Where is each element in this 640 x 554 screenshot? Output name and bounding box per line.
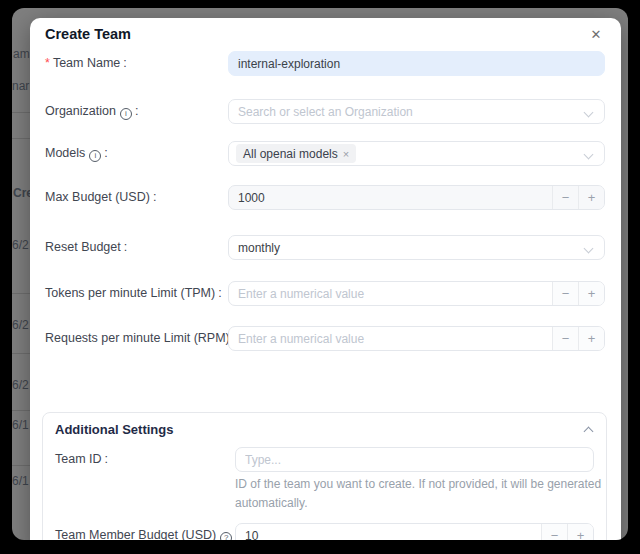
max-budget-label: Max Budget (USD): xyxy=(45,185,156,210)
team-name-input[interactable] xyxy=(229,52,604,75)
background-table-fragment: 6/1 xyxy=(12,474,29,488)
team-member-budget-label: Team Member Budget (USD)?: xyxy=(55,523,239,540)
remove-tag-icon[interactable]: × xyxy=(343,148,349,160)
additional-settings-card: Additional Settings Team ID: ID of the t… xyxy=(42,412,607,540)
team-member-budget-row: Team Member Budget (USD)?: − + xyxy=(55,523,596,540)
info-icon[interactable]: i xyxy=(89,150,101,162)
tpm-limit-field: − + xyxy=(228,281,605,306)
team-id-help-text: ID of the team you want to create. If no… xyxy=(235,475,607,513)
max-budget-input[interactable] xyxy=(229,186,552,209)
create-team-modal: Create Team ✕ *Team Name: Organizationi:… xyxy=(30,18,621,540)
background-table-fragment: am xyxy=(13,47,30,61)
max-budget-row: Max Budget (USD): − + xyxy=(45,185,606,210)
rpm-limit-input[interactable] xyxy=(229,327,552,350)
rpm-limit-row: Requests per minute Limit (RPM): − + xyxy=(45,326,606,351)
models-label: Modelsi: xyxy=(45,141,108,166)
info-icon[interactable]: i xyxy=(120,108,132,120)
organization-row: Organizationi: xyxy=(45,99,606,124)
decrement-button[interactable]: − xyxy=(541,524,567,540)
models-row: Modelsi: All openai models× xyxy=(45,141,606,166)
tpm-limit-label: Tokens per minute Limit (TPM): xyxy=(45,281,222,306)
team-id-input[interactable] xyxy=(236,448,593,471)
decrement-button[interactable]: − xyxy=(552,186,578,209)
organization-label: Organizationi: xyxy=(45,99,138,124)
dimmed-background-window: am nar Cre 6/2 6/2 6/2 6/1 6/1 Create Te… xyxy=(12,8,628,540)
team-member-budget-field: − + xyxy=(235,523,594,540)
background-table-fragment: 6/2 xyxy=(12,238,29,252)
increment-button[interactable]: + xyxy=(567,524,593,540)
tpm-limit-input[interactable] xyxy=(229,282,552,305)
team-id-field xyxy=(235,447,594,472)
close-icon[interactable]: ✕ xyxy=(586,24,606,44)
background-table-fragment: nar xyxy=(12,79,29,93)
reset-budget-select[interactable]: monthly xyxy=(228,235,605,260)
increment-button[interactable]: + xyxy=(578,186,604,209)
reset-budget-row: Reset Budget: monthly xyxy=(45,235,606,260)
modal-title: Create Team xyxy=(45,26,131,42)
additional-settings-title[interactable]: Additional Settings xyxy=(55,422,173,437)
team-id-label: Team ID: xyxy=(55,447,108,472)
decrement-button[interactable]: − xyxy=(552,327,578,350)
selected-model-tag[interactable]: All openai models× xyxy=(236,144,356,163)
required-asterisk: * xyxy=(45,56,50,70)
team-name-label: *Team Name: xyxy=(45,51,127,76)
chevron-down-icon xyxy=(584,150,594,160)
background-table-fragment: 6/2 xyxy=(12,378,29,392)
decrement-button[interactable]: − xyxy=(552,282,578,305)
screenshot-root: am nar Cre 6/2 6/2 6/2 6/1 6/1 Create Te… xyxy=(0,0,640,554)
reset-budget-value: monthly xyxy=(229,241,604,255)
organization-select[interactable] xyxy=(228,99,605,124)
increment-button[interactable]: + xyxy=(578,282,604,305)
tpm-limit-row: Tokens per minute Limit (TPM): − + xyxy=(45,281,606,306)
background-table-fragment: 6/1 xyxy=(12,418,29,432)
chevron-up-icon[interactable] xyxy=(584,427,594,437)
team-name-row: *Team Name: xyxy=(45,51,606,76)
increment-button[interactable]: + xyxy=(578,327,604,350)
max-budget-field: − + xyxy=(228,185,605,210)
rpm-limit-label: Requests per minute Limit (RPM): xyxy=(45,326,236,351)
rpm-limit-field: − + xyxy=(228,326,605,351)
models-multiselect[interactable]: All openai models× xyxy=(228,141,605,166)
team-name-field xyxy=(228,51,605,76)
reset-budget-label: Reset Budget: xyxy=(45,235,127,260)
team-id-row: Team ID: xyxy=(55,447,596,472)
organization-search-input[interactable] xyxy=(229,100,604,123)
help-icon[interactable]: ? xyxy=(220,532,232,541)
background-table-fragment: 6/2 xyxy=(12,318,29,332)
team-member-budget-input[interactable] xyxy=(236,524,541,540)
